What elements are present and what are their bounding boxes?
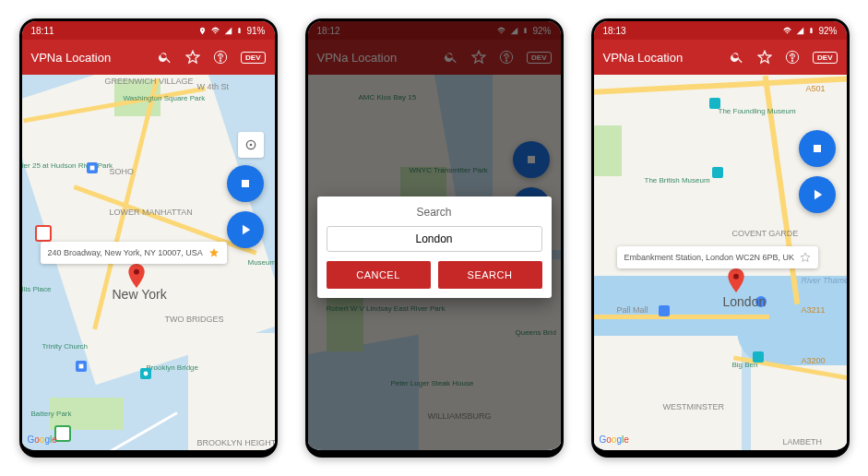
- map-label-a3211: A3211: [802, 305, 826, 315]
- map-pin-icon: [128, 264, 145, 288]
- svg-rect-0: [89, 166, 94, 171]
- address-bubble[interactable]: 240 Broadway, New York, NY 10007, USA: [41, 242, 227, 264]
- battery-percent: 91%: [246, 26, 265, 36]
- cancel-button[interactable]: CANCEL: [327, 261, 431, 289]
- app-bar: VPNa Location DEV: [594, 40, 847, 75]
- status-right: 91%: [198, 26, 265, 36]
- battery-percent: 92%: [818, 26, 837, 36]
- metro-poi-icon: [87, 162, 98, 173]
- star-icon[interactable]: [185, 50, 200, 65]
- svg-point-5: [249, 144, 252, 147]
- map-label-soho: SOHO: [110, 167, 135, 176]
- search-dialog: Search CANCEL SEARCH: [317, 196, 552, 298]
- stop-fab[interactable]: [799, 130, 836, 167]
- stop-fab[interactable]: [227, 165, 264, 202]
- phone-screen-3: 18:13 92% VPNa Location DEV The Foundlin…: [591, 18, 850, 458]
- status-bar: 18:13 92%: [594, 21, 847, 40]
- map-label-battery: Battery Park: [31, 410, 72, 418]
- favorite-star-icon[interactable]: [208, 247, 220, 258]
- phone-screen-2: 18:12 92% VPNa Location DEV AMC Kios Bay…: [305, 18, 564, 458]
- battery-icon: [236, 26, 243, 35]
- svg-rect-6: [242, 180, 249, 187]
- status-time: 18:13: [603, 26, 626, 36]
- help-icon[interactable]: [213, 50, 228, 65]
- map-label-trinity: Trinity Church: [42, 342, 89, 351]
- dev-badge[interactable]: DEV: [813, 52, 837, 64]
- layers-icon: [244, 137, 258, 152]
- svg-point-8: [733, 274, 739, 280]
- status-time: 18:11: [31, 26, 54, 36]
- svg-point-2: [143, 372, 148, 376]
- wifi-icon: [782, 27, 792, 35]
- google-logo: Google: [28, 434, 57, 445]
- search-icon[interactable]: [730, 50, 744, 65]
- status-bar: 18:11 91%: [22, 21, 275, 40]
- play-fab[interactable]: [227, 211, 264, 248]
- stop-icon: [810, 141, 825, 156]
- app-title: VPNa Location: [603, 51, 718, 65]
- dialog-title: Search: [327, 206, 542, 219]
- svg-point-3: [134, 269, 139, 275]
- museum-poi-icon: [140, 368, 151, 379]
- svg-rect-9: [814, 145, 821, 152]
- google-logo: Google: [600, 434, 629, 445]
- address-text: 240 Broadway, New York, NY 10007, USA: [48, 248, 203, 257]
- map-label-two-bridges: TWO BRIDGES: [165, 315, 224, 324]
- map-label-lambeth: LAMBETH: [783, 437, 823, 446]
- map-label-covent: COVENT GARDE: [732, 229, 799, 238]
- metro-poi-icon: [76, 361, 87, 372]
- app-bar: VPNa Location DEV: [22, 40, 275, 75]
- star-icon[interactable]: [757, 50, 772, 65]
- stop-icon: [238, 176, 253, 191]
- play-icon: [809, 186, 826, 203]
- map-label-pier25: Pier 25 at Hudson River Park: [22, 162, 113, 171]
- map-label-ellis: Ellis Place: [22, 285, 52, 293]
- app-title: VPNa Location: [31, 51, 146, 65]
- museum-poi-icon: [709, 98, 720, 109]
- map-label-a3200: A3200: [802, 356, 826, 365]
- city-label: New York: [113, 287, 167, 302]
- metro-poi-icon: [659, 305, 670, 316]
- favorite-star-icon[interactable]: [800, 252, 811, 263]
- route-78-icon: [35, 225, 52, 242]
- wifi-icon: [210, 27, 220, 35]
- play-icon: [237, 221, 254, 238]
- map-label-british-museum: The British Museum: [645, 176, 710, 184]
- map-label-lower-manh: LOWER MANHATTAN: [110, 208, 193, 218]
- address-text: Embankment Station, London WC2N 6PB, UK: [624, 253, 795, 262]
- map-label-a501: A501: [806, 84, 826, 93]
- map-label-greenwich: GREENWICH VILLAGE: [105, 77, 194, 86]
- battery-icon: [808, 26, 814, 35]
- map-pin-icon: [728, 268, 744, 292]
- map-label-pall-mall: Pall Mall: [617, 305, 648, 315]
- svg-rect-1: [78, 364, 83, 369]
- map-area[interactable]: GREENWICH VILLAGE W 4th St Washington Sq…: [22, 75, 275, 450]
- help-icon[interactable]: [785, 50, 800, 65]
- layers-button[interactable]: [238, 132, 264, 158]
- phone-screen-1: 18:11 91% VPNa Location DEV GREENWICH VI…: [19, 18, 278, 458]
- map-label-westminster: WESTMINSTER: [663, 402, 725, 411]
- map-label-brooklyn-bridge: Brooklyn Bridge: [147, 363, 198, 372]
- location-icon: [198, 27, 207, 35]
- dev-badge[interactable]: DEV: [241, 52, 265, 64]
- map-label-river: River Thames: [802, 276, 847, 285]
- status-right: 92%: [782, 26, 837, 36]
- signal-icon: [224, 27, 232, 35]
- map-area[interactable]: The Foundling Museum The British Museum …: [594, 75, 847, 450]
- search-icon[interactable]: [158, 50, 172, 65]
- address-bubble[interactable]: Embankment Station, London WC2N 6PB, UK: [617, 246, 819, 268]
- map-label-washington: Washington Square Park: [124, 95, 206, 103]
- map-label-w4th: W 4th St: [197, 82, 230, 91]
- map-label-brooklyn-hts: BROOKLYN HEIGHTS: [197, 439, 275, 448]
- play-fab[interactable]: [799, 176, 836, 213]
- search-input[interactable]: [327, 226, 542, 252]
- map-label-museum: Museum Eldridge: [248, 259, 275, 268]
- museum-poi-icon: [712, 167, 723, 178]
- signal-icon: [796, 27, 804, 35]
- map-label-foundling: The Foundling Museum: [719, 107, 796, 115]
- city-label: London: [723, 294, 767, 309]
- search-button[interactable]: SEARCH: [438, 261, 542, 289]
- museum-poi-icon: [753, 351, 764, 363]
